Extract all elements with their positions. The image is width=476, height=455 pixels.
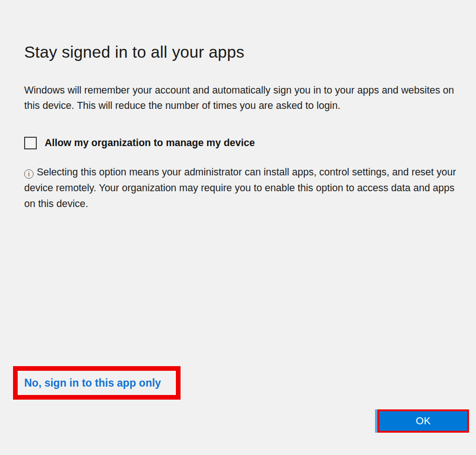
- allow-org-manage-checkbox-row[interactable]: Allow my organization to manage my devic…: [24, 137, 255, 149]
- admin-info-paragraph: iSelecting this option means your admini…: [24, 164, 462, 212]
- sign-in-app-only-link[interactable]: No, sign in to this app only: [24, 377, 161, 389]
- dialog-description: Windows will remember your account and a…: [24, 83, 462, 114]
- allow-org-manage-checkbox[interactable]: [24, 137, 37, 149]
- stay-signed-in-dialog: Stay signed in to all your apps Windows …: [0, 0, 476, 455]
- admin-info-text: Selecting this option means your adminis…: [24, 167, 456, 209]
- ok-button[interactable]: OK: [379, 411, 467, 431]
- allow-org-manage-checkbox-label[interactable]: Allow my organization to manage my devic…: [45, 137, 255, 149]
- annotation-box-link: No, sign in to this app only: [13, 366, 181, 400]
- dialog-title: Stay signed in to all your apps: [24, 43, 244, 61]
- info-icon: i: [24, 169, 34, 179]
- annotation-box-ok: OK: [377, 409, 469, 433]
